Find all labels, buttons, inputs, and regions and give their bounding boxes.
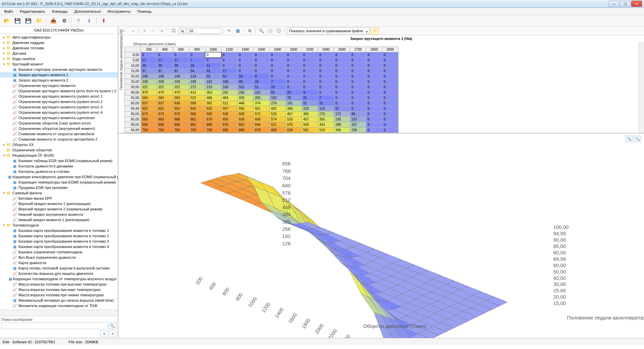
data-cell[interactable]: 522 bbox=[189, 95, 205, 101]
column-header[interactable]: 2600 bbox=[334, 47, 350, 52]
data-cell[interactable]: 239 bbox=[173, 79, 189, 85]
data-cell[interactable]: 0 bbox=[270, 74, 286, 79]
data-cell[interactable]: 413 bbox=[189, 90, 205, 95]
column-header[interactable]: 1800 bbox=[270, 47, 286, 52]
data-cell[interactable]: 355 bbox=[318, 117, 334, 122]
data-cell[interactable]: 78 bbox=[286, 95, 302, 101]
data-cell[interactable]: 322 bbox=[157, 85, 173, 90]
data-cell[interactable]: 0 bbox=[286, 85, 302, 90]
data-cell[interactable]: 572 bbox=[254, 111, 270, 117]
data-cell[interactable]: 0 bbox=[334, 101, 350, 106]
data-cell[interactable]: 7 bbox=[318, 95, 334, 101]
data-cell[interactable]: 0 bbox=[254, 68, 270, 74]
lock-button[interactable]: ⚪ bbox=[266, 28, 274, 34]
tree-item[interactable]: 📈Ограничение крутящего момента (system e… bbox=[0, 104, 118, 110]
data-cell[interactable]: 0 bbox=[366, 90, 382, 95]
data-cell[interactable]: 0 bbox=[334, 74, 350, 79]
data-cell[interactable]: 172 bbox=[334, 111, 350, 117]
data-cell[interactable]: 694 bbox=[173, 122, 189, 128]
tree-item[interactable]: ▦Продувка EGR при прогреве bbox=[0, 185, 118, 190]
data-cell[interactable]: 17 bbox=[141, 58, 157, 63]
data-cell[interactable]: 0 bbox=[350, 106, 366, 111]
column-header[interactable]: 1000 bbox=[205, 47, 221, 52]
plot-zoom-in-button[interactable]: 🔍 bbox=[626, 136, 633, 142]
data-cell[interactable]: 0 bbox=[318, 52, 334, 58]
column-header[interactable]: 2900 bbox=[366, 47, 382, 52]
tree-item[interactable]: ▦Базовая карта преобразования момента в … bbox=[0, 228, 118, 233]
data-cell[interactable]: 0 bbox=[237, 68, 254, 74]
data-cell[interactable]: 0 bbox=[318, 90, 334, 95]
data-cell[interactable]: 114 bbox=[189, 74, 205, 79]
data-cell[interactable]: 433 bbox=[318, 122, 334, 128]
data-cell[interactable]: 0 bbox=[350, 79, 366, 85]
data-cell[interactable]: 0 bbox=[318, 63, 334, 68]
data-cell[interactable]: 0 bbox=[350, 85, 366, 90]
data-cell[interactable]: 0 bbox=[334, 95, 350, 101]
data-cell[interactable]: 704 bbox=[141, 128, 157, 133]
tree-item[interactable]: ▸📁Датчики bbox=[0, 51, 118, 56]
data-cell[interactable]: 0 bbox=[334, 63, 350, 68]
tree-item[interactable]: 📈Масса впрыска топлива при низких темпер… bbox=[0, 292, 118, 298]
data-cell[interactable]: 0 bbox=[221, 52, 237, 58]
data-cell[interactable]: 39 bbox=[157, 63, 173, 68]
row-header[interactable]: 10,00 bbox=[125, 63, 141, 68]
data-cell[interactable]: 704 bbox=[157, 128, 173, 133]
data-cell[interactable]: 288 bbox=[334, 122, 350, 128]
tree-item[interactable]: 📈Количество впрыска для защиты двигателя bbox=[0, 271, 118, 276]
data-cell[interactable]: 291 bbox=[221, 90, 237, 95]
data-cell[interactable]: 0 bbox=[302, 85, 318, 90]
tree-item[interactable]: ▦Контроль дымности в динамике bbox=[0, 163, 118, 169]
data-cell[interactable]: 0 bbox=[270, 63, 286, 68]
data-cell[interactable]: 526 bbox=[270, 111, 286, 117]
expander-icon[interactable]: ▸ bbox=[2, 41, 6, 44]
expander-icon[interactable]: ▾ bbox=[2, 62, 6, 66]
data-cell[interactable]: 0 bbox=[270, 68, 286, 74]
data-cell[interactable]: 673 bbox=[173, 111, 189, 117]
data-cell[interactable]: 0 bbox=[173, 52, 189, 58]
data-cell[interactable]: 479 bbox=[173, 90, 189, 95]
data-cell[interactable]: 0 bbox=[318, 68, 334, 74]
expander-icon[interactable]: ▸ bbox=[2, 52, 6, 55]
data-cell[interactable]: 581 bbox=[302, 128, 318, 133]
data-cell[interactable]: 575 bbox=[286, 122, 302, 128]
data-cell[interactable]: 100 bbox=[221, 79, 237, 85]
tree-item[interactable]: 📈Ограничение крутящего момента (system e… bbox=[0, 99, 118, 104]
flash-button[interactable]: ⚡ bbox=[371, 28, 378, 34]
data-cell[interactable]: 365 bbox=[302, 111, 318, 117]
tree-item[interactable]: 📈Снижение момента от скорости автомобиля… bbox=[0, 137, 118, 142]
data-cell[interactable]: 39 bbox=[173, 63, 189, 68]
data-cell[interactable]: 510 bbox=[318, 128, 334, 133]
menu-item-редактировать[interactable]: Редактировать bbox=[17, 8, 48, 14]
data-cell[interactable]: 4 bbox=[254, 74, 270, 79]
data-cell[interactable]: 149 bbox=[141, 74, 157, 79]
data-cell[interactable]: 0 bbox=[221, 58, 237, 63]
data-cell[interactable]: 187 bbox=[350, 122, 366, 128]
data-cell[interactable]: 556 bbox=[237, 106, 254, 111]
data-cell[interactable]: 17 bbox=[221, 68, 237, 74]
data-cell[interactable]: 230 bbox=[334, 117, 350, 122]
menu-item-дополнительно[interactable]: Дополнительно bbox=[72, 8, 104, 14]
tree-item[interactable]: 📈Базовое ограничение топливоподачи bbox=[0, 249, 118, 255]
tree-item[interactable]: ▦Контроль дымности в статике bbox=[0, 169, 118, 174]
data-cell[interactable]: 0 bbox=[382, 106, 398, 111]
data-cell[interactable]: 0 bbox=[350, 52, 366, 58]
step-value-input[interactable]: 10 bbox=[187, 28, 221, 34]
data-cell[interactable]: 681 bbox=[189, 117, 205, 122]
row-header[interactable]: 40,00 bbox=[125, 90, 141, 95]
data-cell[interactable]: 636 bbox=[221, 111, 237, 117]
tree-item[interactable]: 📈Ограничение крутящего момента (system e… bbox=[0, 110, 118, 115]
data-cell[interactable]: 0 bbox=[302, 68, 318, 74]
menu-item-помощь[interactable]: Помощь bbox=[135, 8, 154, 14]
data-cell[interactable]: 0 bbox=[302, 58, 318, 63]
data-cell[interactable]: 278 bbox=[318, 111, 334, 117]
info-icon[interactable]: ⓘ bbox=[275, 28, 282, 34]
column-header[interactable]: 2400 bbox=[318, 47, 334, 52]
window-close-button[interactable]: ✕ bbox=[631, 1, 642, 7]
tree-item[interactable]: ▾📁Топливоподача bbox=[0, 222, 118, 228]
data-cell[interactable]: 54 bbox=[189, 68, 205, 74]
tree-item[interactable]: 📈Вкл-Выкл ограничение дымности bbox=[0, 255, 118, 260]
data-cell[interactable]: 11 bbox=[205, 63, 221, 68]
tree-item[interactable]: 📈Масса впрыска топлива при высоких темпе… bbox=[0, 282, 118, 287]
data-cell[interactable]: 7 bbox=[270, 79, 286, 85]
tree-item[interactable]: ▦Запрос крутящего момента 1 bbox=[0, 72, 118, 78]
